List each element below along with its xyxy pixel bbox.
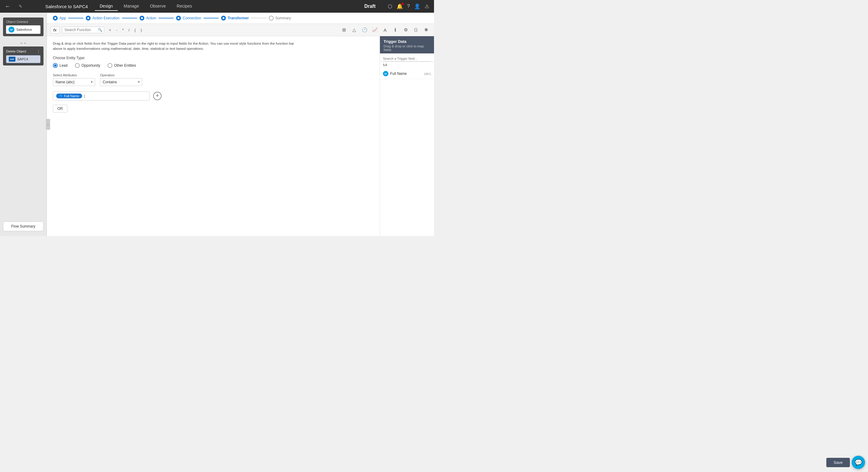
step-dot-action — [140, 16, 144, 21]
search-function-icon: 🔍 — [98, 28, 102, 32]
add-row-button[interactable]: + — [153, 92, 162, 100]
triangle-icon[interactable]: △ — [350, 26, 359, 34]
tab-design[interactable]: Design — [95, 2, 118, 11]
settings-icon[interactable]: ⚙ — [401, 26, 410, 34]
flow-title: ✎ — [16, 4, 22, 9]
or-button[interactable]: OR — [53, 105, 67, 112]
select-attributes-label: Select Attributes — [53, 73, 95, 77]
step-dot-app — [53, 16, 58, 21]
radio-opportunity[interactable]: Opportunity — [75, 63, 100, 68]
salesforce-app-item[interactable]: SF Salesforce — [6, 25, 40, 34]
trigger-panel-header: Trigger Data Drag & drop or click to map… — [380, 36, 434, 54]
select-attributes-group: Select Attributes Name (abc) — [53, 73, 95, 86]
trigger-field-full-name[interactable]: SF Full Name (abc) — [380, 68, 434, 79]
left-sidebar: Object Deleted SF Salesforce ⌄⌄ Delete O… — [0, 13, 47, 236]
code-icon[interactable]: ⟨⟩ — [412, 26, 420, 34]
salesforce-logo: SF — [8, 27, 14, 33]
info-text: Drag & drop or click fields from the Tri… — [53, 41, 301, 52]
user-icon[interactable]: 👤 — [414, 3, 421, 10]
radio-circle-lead — [53, 63, 58, 68]
function-operators: + - * / ( ) — [108, 27, 143, 33]
trigger-field-name: Full Name — [390, 71, 422, 76]
step-bar: App Action Execution Action Connection T… — [47, 13, 434, 24]
notifications-icon[interactable]: 🔔 — [397, 3, 403, 10]
salesforce-field-logo: SF — [383, 71, 389, 76]
step-dot-action-execution — [86, 16, 91, 21]
cursor-indicator: | — [84, 94, 85, 98]
nav-tabs: Design Manage Observe Recipes — [95, 2, 197, 11]
step-label-connection: Connection — [183, 16, 201, 20]
step-action-execution: Action Execution — [86, 16, 119, 21]
step-label-action-execution: Action Execution — [92, 16, 119, 20]
operation-group: Operation Contains — [100, 73, 142, 86]
trigger-search-input[interactable] — [383, 56, 431, 62]
delete-object-menu-icon[interactable]: ⋮ — [36, 49, 40, 54]
pill-label: Full Name — [64, 94, 79, 98]
step-line-1 — [68, 18, 83, 19]
alert-icon[interactable]: ⚠ — [425, 3, 429, 10]
fx-button[interactable]: fx — [51, 27, 60, 34]
step-app: App — [53, 16, 66, 21]
trigger-panel-search — [380, 54, 434, 62]
salesforce-label: Salesforce — [16, 28, 32, 31]
info-icon[interactable]: ℹ — [391, 26, 400, 34]
back-button[interactable]: ← — [5, 3, 10, 10]
dropdowns-row: Select Attributes Name (abc) Operation C… — [53, 73, 374, 86]
step-label-action: Action — [146, 16, 156, 20]
main-layout: Object Deleted SF Salesforce ⌄⌄ Delete O… — [0, 13, 434, 236]
trigger-search-value: full — [380, 62, 434, 68]
trigger-panel-title: Trigger Data — [383, 39, 430, 44]
select-attributes-dropdown[interactable]: Name (abc) — [53, 78, 95, 86]
text-icon[interactable]: A — [381, 26, 389, 34]
clock-icon[interactable]: 🕐 — [360, 26, 369, 34]
function-icons: ⊞ △ 🕐 📈 A ℹ ⚙ ⟨⟩ ❋ — [340, 26, 430, 34]
op-close-paren[interactable]: ) — [140, 27, 143, 33]
radio-lead[interactable]: Lead — [53, 63, 68, 68]
chart-icon[interactable]: 📈 — [371, 26, 379, 34]
step-dot-connection — [176, 16, 181, 21]
step-label-app: App — [60, 16, 66, 20]
flow-summary-button[interactable]: Flow Summary — [3, 222, 43, 231]
filter-input-row: 🔷 Full Name | + — [53, 92, 374, 101]
step-summary: Summary — [269, 16, 291, 21]
external-link-icon[interactable]: ⬡ — [388, 3, 392, 10]
op-open-paren[interactable]: ( — [133, 27, 137, 33]
entity-type-radio-group: Lead Opportunity Other Entities — [53, 63, 374, 68]
tab-manage[interactable]: Manage — [119, 2, 144, 11]
pill-icon: 🔷 — [59, 94, 63, 98]
object-deleted-block: Object Deleted SF Salesforce — [3, 18, 43, 36]
network-icon[interactable]: ❋ — [422, 26, 430, 34]
op-multiply[interactable]: * — [121, 27, 125, 33]
trigger-data-panel: Trigger Data Drag & drop or click to map… — [380, 36, 434, 236]
function-bar: fx 🔍 + - * / ( ) ⊞ △ 🕐 📈 A ℹ ⚙ ⟨⟩ — [47, 24, 434, 36]
step-label-summary: Summary — [275, 16, 291, 20]
sapc4-app-item[interactable]: SAP SAPC4 — [6, 55, 40, 63]
step-line-4 — [204, 18, 219, 19]
tab-recipes[interactable]: Recipes — [172, 2, 197, 11]
tab-observe[interactable]: Observe — [145, 2, 170, 11]
radio-other-entities[interactable]: Other Entities — [107, 63, 136, 68]
select-attributes-wrap: Name (abc) — [53, 78, 95, 86]
sapc4-label: SAPC4 — [17, 57, 28, 61]
edit-flow-name-icon[interactable]: ✎ — [19, 4, 22, 9]
help-icon[interactable]: ? — [407, 3, 410, 9]
content-area: Drag & drop or click fields from the Tri… — [47, 36, 434, 236]
flow-title-text: Salesforce to SAPC4 — [45, 4, 88, 9]
grid-icon[interactable]: ⊞ — [340, 26, 348, 34]
op-minus[interactable]: - — [115, 27, 118, 33]
sap-logo: SAP — [9, 57, 16, 62]
nav-icons: ⬡ 🔔 ? 👤 ⚠ — [388, 3, 429, 10]
op-divide[interactable]: / — [127, 27, 131, 33]
search-function-wrap: 🔍 — [62, 27, 104, 33]
collapse-sidebar-button[interactable]: ‹ — [46, 119, 50, 130]
form-area: Drag & drop or click fields from the Tri… — [47, 36, 380, 236]
operation-label: Operation — [100, 73, 142, 77]
radio-label-lead: Lead — [60, 63, 68, 68]
op-plus[interactable]: + — [108, 27, 113, 33]
filter-input-box[interactable]: 🔷 Full Name | — [53, 92, 150, 101]
step-label-transformer: Transformer — [228, 16, 249, 20]
radio-label-other: Other Entities — [114, 63, 136, 68]
main-content: App Action Execution Action Connection T… — [47, 13, 434, 236]
draft-badge: Draft — [364, 4, 375, 9]
operation-dropdown[interactable]: Contains — [100, 78, 142, 86]
